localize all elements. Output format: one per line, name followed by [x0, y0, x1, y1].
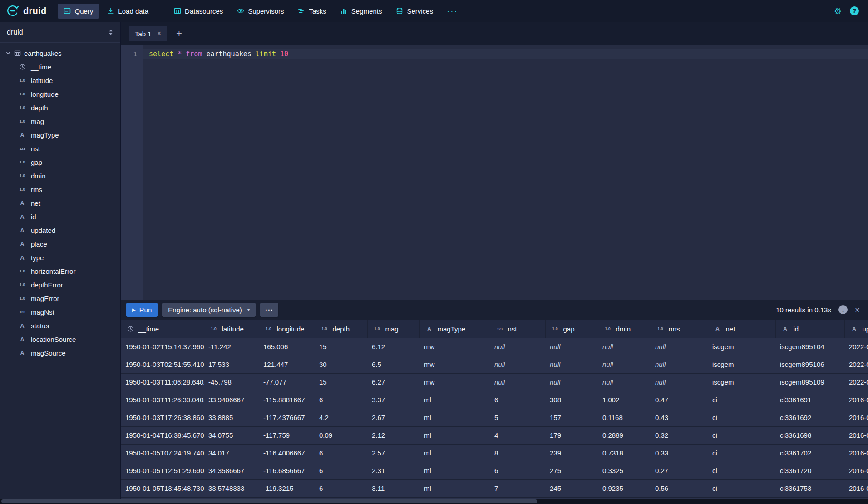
result-cell[interactable]: 275 [545, 462, 598, 479]
column-header-depth[interactable]: 1.0depth [315, 320, 367, 338]
chevron-down-icon[interactable] [5, 50, 11, 56]
nav-item-tasks[interactable]: Tasks [292, 4, 332, 19]
result-cell[interactable]: 2022-0 [844, 356, 868, 373]
tab-close-icon[interactable]: × [157, 30, 161, 37]
column-header-gap[interactable]: 1.0gap [545, 320, 598, 338]
result-cell[interactable]: -117.4376667 [259, 409, 315, 426]
result-cell[interactable]: 0.56 [651, 479, 708, 497]
result-cell[interactable]: ml [419, 391, 490, 409]
result-cell[interactable]: 1950-01-02T15:14:37.960Z [121, 338, 204, 356]
sidebar-column-magSource[interactable]: AmagSource [0, 346, 120, 360]
result-cell[interactable]: 17.533 [204, 356, 259, 373]
column-header-longitude[interactable]: 1.0longitude [259, 320, 315, 338]
column-header-id[interactable]: Aid [775, 320, 844, 338]
code-area[interactable]: select * from earthquakes limit 10 [143, 45, 868, 300]
sidebar-column-status[interactable]: Astatus [0, 319, 120, 332]
result-cell[interactable]: 1950-01-03T11:06:28.640Z [121, 373, 204, 391]
result-cell[interactable]: 15 [315, 338, 367, 356]
result-cell[interactable]: -77.077 [259, 373, 315, 391]
result-cell[interactable]: 1.002 [598, 391, 651, 409]
result-cell[interactable]: iscgem895104 [775, 338, 844, 356]
settings-gear-icon[interactable]: ⚙ [834, 7, 842, 15]
sidebar-column-horizontalError[interactable]: 1.0horizontalError [0, 264, 120, 278]
result-cell[interactable]: 0.3325 [598, 462, 651, 479]
result-cell[interactable]: 7 [490, 479, 545, 497]
close-results-icon[interactable]: × [852, 306, 863, 314]
sidebar-column-updated[interactable]: Aupdated [0, 223, 120, 237]
result-cell[interactable]: 0.33 [651, 444, 708, 462]
brand[interactable]: druid [6, 5, 47, 17]
sidebar-column-rms[interactable]: 1.0rms [0, 183, 120, 196]
help-icon[interactable]: ? [850, 6, 859, 15]
run-button[interactable]: ▶ Run [126, 303, 158, 317]
result-cell[interactable]: -117.759 [259, 426, 315, 444]
column-header-magType[interactable]: AmagType [419, 320, 490, 338]
result-cell[interactable]: mw [419, 373, 490, 391]
result-cell[interactable]: ml [419, 462, 490, 479]
result-cell[interactable]: ci [708, 391, 775, 409]
result-cell[interactable]: 245 [545, 479, 598, 497]
result-cell[interactable]: 1950-01-05T12:51:29.690Z [121, 462, 204, 479]
column-header-mag[interactable]: 1.0mag [367, 320, 419, 338]
result-cell[interactable]: -45.798 [204, 373, 259, 391]
result-cell[interactable]: 6.27 [367, 373, 419, 391]
result-cell[interactable]: 0.32 [651, 426, 708, 444]
column-header-net[interactable]: Anet [708, 320, 775, 338]
result-cell[interactable]: ml [419, 479, 490, 497]
sidebar-column-depth[interactable]: 1.0depth [0, 101, 120, 114]
result-cell[interactable]: ci [708, 444, 775, 462]
sidebar-column-magType[interactable]: AmagType [0, 128, 120, 142]
engine-select[interactable]: Engine: auto (sql-native) ▾ [162, 303, 256, 317]
nav-item-supervisors[interactable]: Supervisors [231, 4, 290, 19]
column-header-rms[interactable]: 1.0rms [651, 320, 708, 338]
sidebar-column-latitude[interactable]: 1.0latitude [0, 74, 120, 87]
result-cell[interactable]: 2022-0 [844, 373, 868, 391]
tab-1[interactable]: Tab 1 × [129, 26, 167, 41]
sidebar-column-magNst[interactable]: 123magNst [0, 305, 120, 319]
result-cell[interactable]: iscgem [708, 356, 775, 373]
result-cell[interactable]: 30 [315, 356, 367, 373]
result-cell[interactable]: ci3361691 [775, 391, 844, 409]
result-cell[interactable]: ci [708, 409, 775, 426]
result-cell[interactable]: ci3361720 [775, 462, 844, 479]
result-cell[interactable]: null [490, 356, 545, 373]
result-cell[interactable]: ci3361753 [775, 479, 844, 497]
result-cell[interactable]: 1950-01-05T13:45:48.730Z [121, 479, 204, 497]
result-cell[interactable]: null [651, 356, 708, 373]
nav-item-services[interactable]: Services [390, 4, 439, 19]
result-cell[interactable]: null [598, 356, 651, 373]
result-cell[interactable]: 2.31 [367, 462, 419, 479]
sidebar-column-dmin[interactable]: 1.0dmin [0, 169, 120, 183]
result-cell[interactable]: 33.8885 [204, 409, 259, 426]
column-header-latitude[interactable]: 1.0latitude [204, 320, 259, 338]
column-header-dmin[interactable]: 1.0dmin [598, 320, 651, 338]
sidebar-column-longitude[interactable]: 1.0longitude [0, 87, 120, 101]
result-cell[interactable]: ci [708, 462, 775, 479]
nav-item-more[interactable]: ··· [441, 4, 464, 19]
result-cell[interactable]: 0.47 [651, 391, 708, 409]
result-cell[interactable]: ml [419, 444, 490, 462]
result-cell[interactable]: 0.7318 [598, 444, 651, 462]
nav-item-load-data[interactable]: Load data [101, 4, 154, 19]
add-tab-icon[interactable]: + [173, 29, 186, 39]
query-more-button[interactable]: ··· [260, 303, 278, 317]
result-cell[interactable]: 4.2 [315, 409, 367, 426]
result-cell[interactable]: null [651, 338, 708, 356]
result-cell[interactable]: 2.12 [367, 426, 419, 444]
result-cell[interactable]: -116.4006667 [259, 444, 315, 462]
result-cell[interactable]: 6.5 [367, 356, 419, 373]
result-cell[interactable]: 2016-0 [844, 444, 868, 462]
result-cell[interactable]: 15 [315, 373, 367, 391]
result-cell[interactable]: 2.57 [367, 444, 419, 462]
result-cell[interactable]: ci3361692 [775, 409, 844, 426]
result-cell[interactable]: 8 [490, 444, 545, 462]
sidebar-column-net[interactable]: Anet [0, 196, 120, 210]
sidebar-column-depthError[interactable]: 1.0depthError [0, 278, 120, 292]
column-header-updated[interactable]: Aupdated [844, 320, 868, 338]
result-cell[interactable]: 6 [490, 462, 545, 479]
sidebar-column-mag[interactable]: 1.0mag [0, 114, 120, 128]
result-cell[interactable]: null [545, 373, 598, 391]
result-cell[interactable]: -115.8881667 [259, 391, 315, 409]
sidebar-column-place[interactable]: Aplace [0, 237, 120, 251]
download-icon[interactable]: ↓ [838, 305, 848, 314]
